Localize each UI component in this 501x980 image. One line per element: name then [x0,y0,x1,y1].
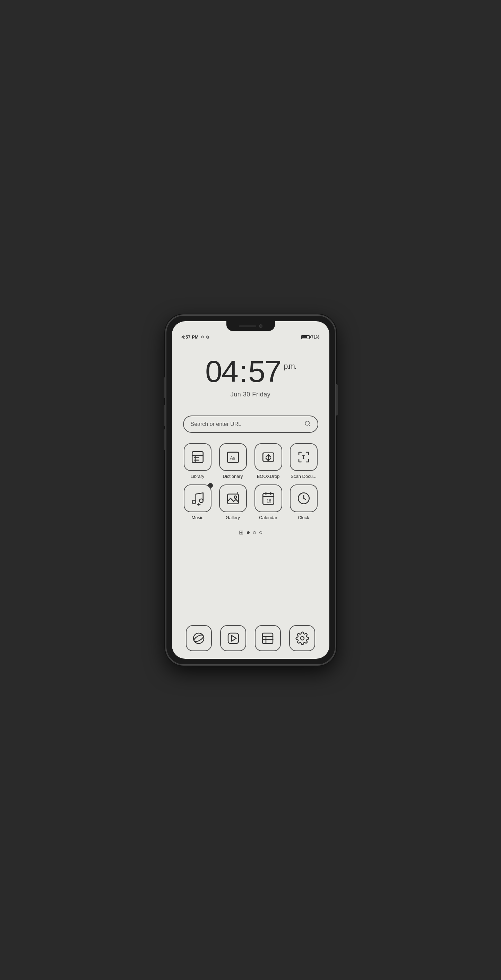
page-dot-3[interactable] [259,531,262,534]
page-dot-1[interactable] [247,531,250,534]
phone-body: 4:57 PM ⊙ ◑ 71% [166,315,336,665]
battery-fill [302,336,307,338]
page-grid-icon[interactable]: ⊞ [239,529,243,536]
clock-label: Clock [298,515,309,520]
booxdrop-icon [254,443,282,471]
svg-rect-30 [262,633,273,644]
svg-text:Aa: Aa [230,455,235,461]
clock-time: 04 : 57 p.m. [180,356,322,387]
main-content: 04 : 57 p.m. Jun 30 Friday Search or ent… [172,342,329,621]
clock-hours: 04 [205,356,238,387]
app-icon-wrapper-gallery [219,484,247,512]
search-icon [305,420,311,428]
svg-text:18: 18 [266,499,271,504]
app-item-dictionary[interactable]: Aa Dictionary [217,443,249,479]
gallery-icon [219,484,247,512]
phone-notch [227,321,275,331]
files-icon [255,625,281,651]
svg-marker-29 [231,635,236,641]
dictionary-icon: Aa [219,443,247,471]
app-item-library[interactable]: Library [181,443,214,479]
search-placeholder: Search or enter URL [191,421,301,427]
app-item-music[interactable]: Music [181,484,214,520]
clock-section: 04 : 57 p.m. Jun 30 Friday [180,342,322,405]
app-icon-wrapper-calendar: 18 [254,484,282,512]
dock-item-files[interactable] [255,625,281,651]
library-label: Library [191,474,204,479]
battery-container: 71% [301,335,319,340]
app-icon-wrapper-clock [290,484,318,512]
browser-icon [186,625,212,651]
svg-rect-17 [227,494,239,504]
music-icon [184,484,212,512]
app-grid: Library Aa [180,440,322,523]
status-time: 4:57 PM [182,334,199,340]
dock-item-browser[interactable] [186,625,212,651]
status-icon-circle: ⊙ [201,335,204,339]
dock [172,621,329,659]
music-label: Music [192,515,204,520]
svg-line-1 [309,425,310,426]
clock-icon [290,484,318,512]
svg-rect-2 [192,452,203,463]
svg-text:T: T [302,455,305,460]
app-icon-wrapper-booxdrop [254,443,282,471]
app-icon-wrapper-library [184,443,212,471]
calendar-icon: 18 [254,484,282,512]
notch-camera [259,325,262,328]
app-icon-wrapper-music [184,484,212,512]
dock-item-settings[interactable] [289,625,315,651]
app-item-scandoc[interactable]: T Scan Docu... [287,443,320,479]
gallery-label: Gallery [226,515,240,520]
svg-rect-28 [228,633,239,644]
clock-ampm: p.m. [284,363,296,370]
scandoc-label: Scan Docu... [290,474,316,479]
app-icon-wrapper-scandoc: T [290,443,318,471]
app-item-clock[interactable]: Clock [287,484,320,520]
battery-icon [301,335,310,339]
svg-point-31 [301,636,304,640]
status-icon-half: ◑ [206,335,209,339]
notch-speaker [239,325,256,327]
svg-point-18 [234,496,236,498]
playstore-icon [220,625,246,651]
search-section: Search or enter URL [180,405,322,440]
app-item-gallery[interactable]: Gallery [217,484,249,520]
library-icon [184,443,212,471]
app-icon-wrapper-dictionary: Aa [219,443,247,471]
search-bar[interactable]: Search or enter URL [183,415,318,433]
status-left: 4:57 PM ⊙ ◑ [182,334,209,340]
dictionary-label: Dictionary [223,474,243,479]
svg-point-13 [192,500,196,504]
dock-item-playstore[interactable] [220,625,246,651]
booxdrop-label: BOOXDrop [257,474,280,479]
phone-screen: 4:57 PM ⊙ ◑ 71% [172,321,329,659]
scandoc-icon: T [290,443,318,471]
phone-wrapper: 4:57 PM ⊙ ◑ 71% [161,313,341,667]
app-item-calendar[interactable]: 18 Calendar [252,484,285,520]
calendar-label: Calendar [259,515,278,520]
page-dot-2[interactable] [253,531,256,534]
clock-date: Jun 30 Friday [180,391,322,398]
status-right: 71% [301,335,319,340]
clock-minutes: 57 [248,356,281,387]
page-indicators: ⊞ [180,523,322,539]
app-item-booxdrop[interactable]: BOOXDrop [252,443,285,479]
battery-percent: 71% [311,335,319,340]
clock-colon: : [239,356,247,387]
svg-point-14 [199,499,203,503]
settings-icon [289,625,315,651]
